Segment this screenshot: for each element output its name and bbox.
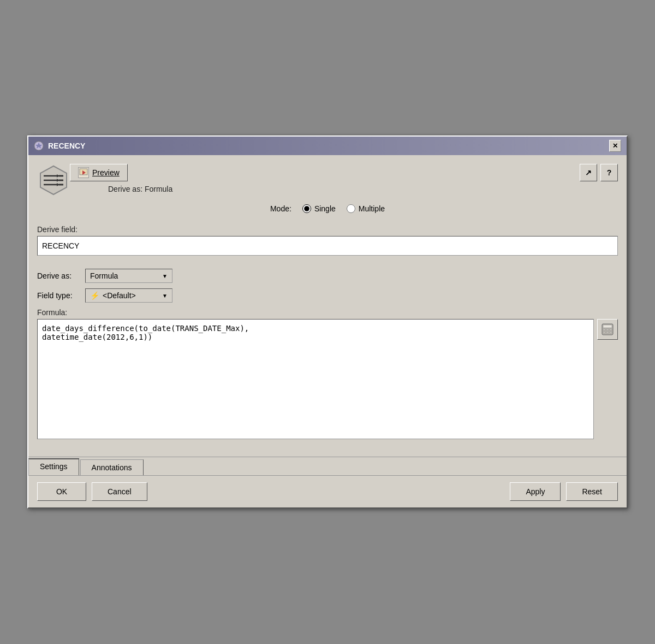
field-type-row: Field type: ⚡ <Default> ▼ [37, 288, 618, 303]
mode-multiple-radio[interactable] [347, 204, 355, 213]
navigate-icon: ↗ [585, 168, 592, 177]
svg-rect-17 [606, 329, 609, 330]
recency-dialog: RECENCY ✕ [27, 135, 628, 509]
top-bar-right: ↗ ? [580, 164, 618, 181]
close-button[interactable]: ✕ [609, 140, 621, 152]
help-icon: ? [607, 168, 612, 177]
formula-area-row: date_days_difference(to_date(TRANS_DATE_… [37, 319, 618, 439]
formula-label: Formula: [37, 308, 618, 317]
apply-button[interactable]: Apply [510, 482, 561, 501]
footer-left: OK Cancel [37, 482, 147, 501]
mode-single-radio[interactable] [302, 204, 311, 213]
field-type-label: Field type: [37, 291, 81, 300]
mode-single-label: Single [314, 204, 336, 213]
title-bar-left: RECENCY [34, 141, 85, 151]
formula-textarea[interactable]: date_days_difference(to_date(TRANS_DATE_… [37, 319, 594, 439]
svg-rect-15 [603, 325, 612, 328]
mode-single-option[interactable]: Single [302, 204, 336, 213]
dialog-icon [34, 141, 44, 151]
svg-rect-21 [610, 332, 612, 333]
preview-label: Preview [92, 168, 120, 177]
field-type-icon: ⚡ [90, 291, 99, 300]
node-icon-container [37, 164, 70, 197]
mode-row: Mode: Single Multiple [37, 204, 618, 213]
field-type-value: <Default> [103, 291, 158, 300]
svg-rect-18 [610, 329, 612, 330]
preview-row: Preview ↗ ? [70, 164, 618, 181]
node-icon [37, 164, 70, 197]
preview-icon [78, 167, 89, 178]
ok-button[interactable]: OK [37, 482, 86, 501]
derive-field-label: Derive field: [37, 225, 618, 234]
mode-radio-group: Single Multiple [302, 204, 385, 213]
mode-label: Mode: [270, 204, 291, 213]
derive-as-arrow: ▼ [162, 273, 168, 279]
footer: OK Cancel Apply Reset [28, 475, 627, 507]
preview-button[interactable]: Preview [70, 164, 128, 181]
footer-right: Apply Reset [510, 482, 618, 501]
calculator-icon [601, 323, 614, 336]
navigate-button[interactable]: ↗ [580, 164, 597, 181]
help-button[interactable]: ? [600, 164, 618, 181]
derive-field-input[interactable] [37, 236, 618, 256]
svg-rect-20 [606, 332, 609, 333]
derive-as-text: Derive as: Formula [108, 185, 618, 193]
tab-annotations-label: Annotations [92, 463, 132, 472]
field-type-arrow: ▼ [162, 293, 168, 299]
svg-rect-19 [603, 332, 605, 333]
dialog-title: RECENCY [48, 141, 85, 150]
svg-rect-16 [603, 329, 605, 330]
derive-as-label: Derive as: [37, 271, 81, 280]
tabs-bar: Settings Annotations [28, 457, 627, 475]
mode-multiple-option[interactable]: Multiple [347, 204, 385, 213]
mode-multiple-label: Multiple [359, 204, 385, 213]
field-type-select[interactable]: ⚡ <Default> ▼ [85, 288, 172, 303]
derive-as-select[interactable]: Formula ▼ [85, 269, 172, 283]
top-section-right: Preview ↗ ? Derive as: Formula [70, 164, 618, 204]
dialog-body: Preview ↗ ? Derive as: Formula Mode: [28, 155, 627, 457]
tab-annotations[interactable]: Annotations [80, 459, 144, 475]
title-bar: RECENCY ✕ [28, 137, 627, 155]
cancel-button[interactable]: Cancel [92, 482, 147, 501]
top-section: Preview ↗ ? Derive as: Formula [37, 164, 618, 204]
derive-as-row: Derive as: Formula ▼ [37, 269, 618, 283]
tab-settings-label: Settings [40, 462, 68, 471]
tab-settings[interactable]: Settings [28, 458, 79, 475]
reset-button[interactable]: Reset [566, 482, 618, 501]
derive-as-value: Formula [90, 271, 158, 280]
formula-calculator-button[interactable] [597, 319, 618, 340]
